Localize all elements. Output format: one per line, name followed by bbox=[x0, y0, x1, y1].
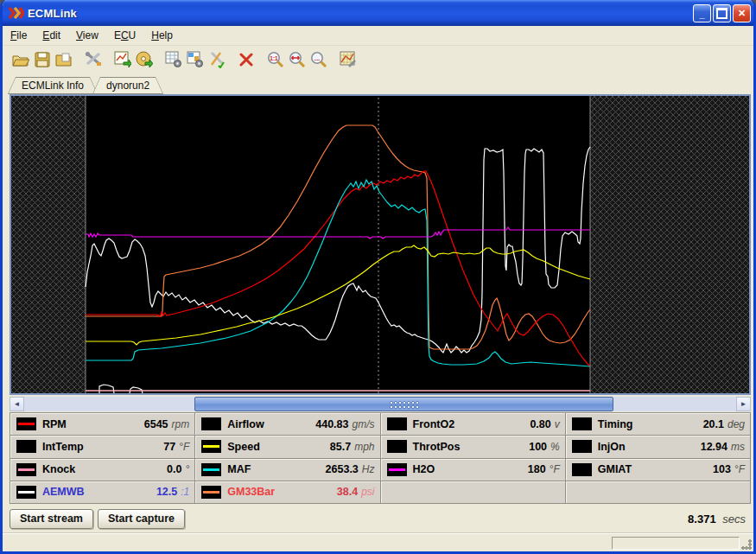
status-bar bbox=[3, 532, 753, 552]
tab-ecmlink-info[interactable]: ECMLink Info bbox=[8, 77, 98, 94]
elapsed-time: 8.371 secs bbox=[688, 513, 751, 525]
sensor-cell-timing[interactable]: Timing 20.1 deg bbox=[566, 413, 750, 435]
trace-color-swatch bbox=[387, 440, 407, 453]
menu-file[interactable]: File bbox=[3, 27, 35, 44]
trace-color-swatch bbox=[16, 486, 36, 499]
tab-bar: ECMLink Info dynorun2 bbox=[3, 73, 753, 94]
graph-panel bbox=[10, 94, 751, 395]
sensor-cell-h2o[interactable]: H2O 180 °F bbox=[381, 459, 565, 481]
scroll-right-button[interactable]: ► bbox=[736, 397, 751, 411]
sensor-cell-knock[interactable]: Knock 0.0 ° bbox=[10, 459, 194, 481]
menu-bar: File Edit View ECU Help bbox=[3, 26, 753, 46]
open-file-icon[interactable] bbox=[10, 48, 31, 70]
start-stream-button[interactable]: Start stream bbox=[10, 509, 93, 529]
trace-color-swatch bbox=[201, 417, 221, 430]
app-settings-icon[interactable] bbox=[82, 48, 104, 70]
toolbar: 1:1 ... bbox=[3, 46, 753, 73]
status-panel bbox=[612, 537, 740, 550]
zoom-one-to-one-icon[interactable]: 1:1 bbox=[264, 48, 286, 70]
trace-color-swatch bbox=[572, 417, 592, 430]
maximize-button[interactable] bbox=[713, 4, 731, 22]
sensor-cell-empty-2 bbox=[566, 481, 750, 503]
svg-text:1:1: 1:1 bbox=[270, 54, 278, 60]
sensor-cell-rpm[interactable]: RPM 6545 rpm bbox=[10, 413, 194, 435]
resize-grip[interactable] bbox=[741, 539, 753, 551]
graph-plot[interactable] bbox=[11, 96, 749, 393]
close-button[interactable]: ✕ bbox=[733, 4, 751, 22]
sensor-cell-inttemp[interactable]: IntTemp 77 °F bbox=[10, 436, 194, 457]
window-title: ECMLink bbox=[28, 7, 77, 20]
sensor-cell-speed[interactable]: Speed 85.7 mph bbox=[195, 436, 379, 457]
zoom-horizontal-icon[interactable] bbox=[286, 48, 308, 70]
out-of-range-left bbox=[11, 96, 86, 393]
save-file-icon[interactable] bbox=[31, 48, 53, 70]
scroll-left-button[interactable]: ◄ bbox=[10, 397, 24, 411]
graph-settings-icon[interactable] bbox=[337, 48, 359, 70]
trace-color-swatch bbox=[16, 417, 36, 430]
trace-color-swatch bbox=[572, 440, 592, 453]
trace-color-swatch bbox=[387, 417, 407, 430]
trace-color-swatch bbox=[572, 463, 592, 476]
horizontal-scrollbar[interactable]: ◄ ► bbox=[10, 397, 751, 411]
trace-color-swatch bbox=[16, 463, 36, 476]
svg-text:...: ... bbox=[314, 54, 320, 61]
trace-color-swatch bbox=[201, 463, 221, 476]
export-cd-icon[interactable] bbox=[133, 48, 155, 70]
trace-color-swatch bbox=[16, 440, 36, 453]
sensor-cell-maf[interactable]: MAF 2653.3 Hz bbox=[195, 459, 379, 481]
out-of-range-right bbox=[590, 96, 749, 393]
menu-ecu[interactable]: ECU bbox=[106, 27, 143, 44]
start-capture-button[interactable]: Start capture bbox=[98, 509, 185, 529]
scroll-thumb[interactable] bbox=[194, 397, 613, 411]
tab-dynorun2[interactable]: dynorun2 bbox=[92, 77, 163, 94]
trace-color-swatch bbox=[387, 463, 407, 476]
display-settings-icon[interactable] bbox=[184, 48, 206, 70]
scroll-grip bbox=[390, 401, 419, 409]
zoom-custom-icon[interactable]: ... bbox=[308, 48, 329, 70]
ecmlink-window: ECMLink _ ✕ File Edit View ECU Help bbox=[0, 0, 756, 554]
menu-edit[interactable]: Edit bbox=[35, 27, 68, 44]
open-folder-icon[interactable] bbox=[53, 48, 74, 70]
sensor-cell-injon[interactable]: InjOn 12.94 ms bbox=[566, 436, 750, 457]
sensor-cell-throtpos[interactable]: ThrotPos 100 % bbox=[381, 436, 565, 457]
minimize-button[interactable]: _ bbox=[693, 4, 711, 22]
title-bar[interactable]: ECMLink _ ✕ bbox=[0, 0, 756, 26]
sensor-cell-fronto2[interactable]: FrontO2 0.80 v bbox=[381, 413, 565, 435]
app-logo-icon bbox=[7, 5, 24, 21]
trace-color-swatch bbox=[201, 486, 221, 499]
menu-help[interactable]: Help bbox=[143, 27, 181, 44]
menu-view[interactable]: View bbox=[68, 27, 106, 44]
sensor-cell-gm33bar[interactable]: GM33Bar 38.4 psi bbox=[195, 481, 379, 503]
sensor-cell-gmiat[interactable]: GMIAT 103 °F bbox=[566, 459, 750, 481]
delete-icon[interactable] bbox=[235, 48, 257, 70]
sensor-cell-airflow[interactable]: Airflow 440.83 gm/s bbox=[195, 413, 379, 435]
sensor-cell-aemwb[interactable]: AEMWB 12.5 :1 bbox=[10, 481, 194, 503]
action-row: Start stream Start capture 8.371 secs bbox=[10, 507, 751, 530]
export-chart-icon[interactable] bbox=[111, 48, 133, 70]
trace-color-swatch bbox=[201, 440, 221, 453]
sensor-cell-empty-1 bbox=[381, 481, 565, 503]
tune-tools-icon[interactable] bbox=[206, 48, 227, 70]
sensor-table: RPM 6545 rpm Airflow 440.83 gm/s FrontO2… bbox=[10, 412, 751, 504]
table-settings-icon[interactable] bbox=[162, 48, 184, 70]
